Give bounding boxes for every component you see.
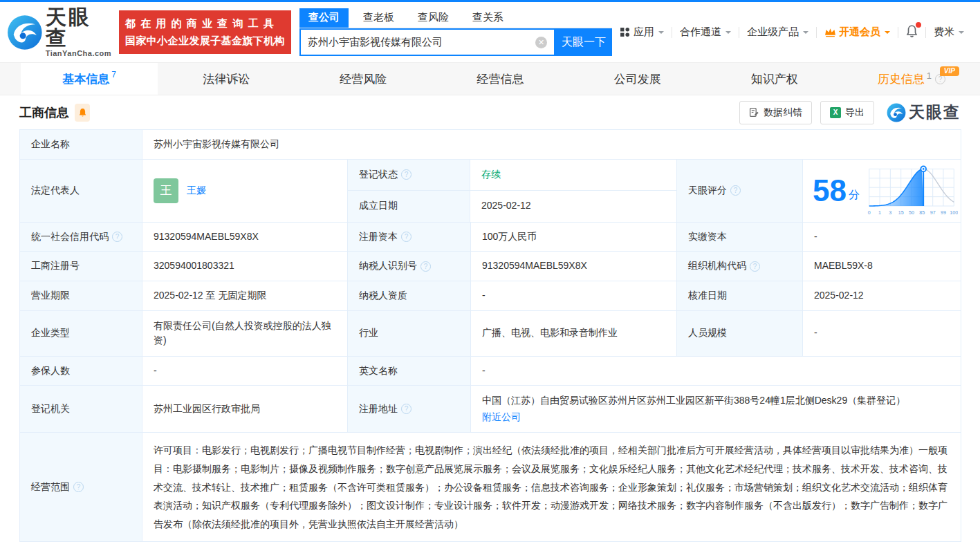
help-icon[interactable]: ? (112, 232, 122, 242)
tianyan-score-value: 58 分 0131550859799100 (803, 159, 961, 222)
score-number: 58 (813, 176, 847, 206)
tab-company-development[interactable]: 公司发展 (569, 63, 706, 95)
business-term-value: 2025-02-12 至 无固定期限 (142, 281, 348, 311)
tab-operating-risk-label: 经营风险 (340, 71, 387, 87)
paid-capital-label: 实缴资本 (677, 222, 803, 252)
tianyancha-logo[interactable]: 天眼查 TianYanCha.com (7, 7, 113, 57)
svg-text:100: 100 (950, 209, 958, 215)
search-block: 查公司 查老板 查风险 查关系 ✕ 天眼一下 (299, 8, 612, 56)
subscribe-bell-button[interactable] (75, 104, 90, 122)
search-input-wrap: ✕ (299, 28, 555, 56)
credit-code-value: 91320594MAEBL59X8X (142, 222, 348, 252)
insured-count-label: 参保人数 (20, 356, 142, 386)
nav-partner[interactable]: 合作通道 (672, 26, 739, 39)
section-header: 工商信息 数据纠错 X 导出 天眼查 (0, 95, 980, 129)
tab-history-info-count: 1 (927, 71, 932, 81)
crown-icon (824, 27, 836, 37)
nav-user[interactable]: 费米 (926, 26, 972, 39)
tab-legal[interactable]: 法律诉讼 (158, 63, 295, 95)
site-header: 天眼查 TianYanCha.com 都在用的商业查询工具 国家中小企业发展子基… (0, 2, 980, 62)
nav-open-vip[interactable]: 开通会员 (817, 26, 898, 39)
vip-badge: VIP (940, 66, 959, 76)
table-row: 企业名称 苏州小宇宙影视传媒有限公司 (20, 130, 961, 160)
company-name-value: 苏州小宇宙影视传媒有限公司 (142, 130, 961, 160)
reg-authority-value: 苏州工业园区行政审批局 (142, 386, 348, 433)
company-tabs: 基本信息 7 法律诉讼 经营风险 经营信息 公司发展 知识产权 VIP 历史信息… (0, 62, 980, 95)
business-scope-value: 许可项目：电影发行；电视剧发行；广播电视节目制作经营；电视剧制作；演出经纪（依法… (142, 433, 961, 542)
score-distribution-chart: 0131550859799100 (865, 162, 958, 219)
nav-apps[interactable]: 应用 (612, 26, 672, 39)
search-button[interactable]: 天眼一下 (555, 28, 612, 56)
section-actions: 数据纠错 X 导出 天眼查 (739, 101, 961, 124)
reg-capital-label: 注册资本? (348, 222, 471, 252)
chevron-down-icon (803, 31, 808, 37)
tab-history-info[interactable]: VIP 历史信息 1 ? (843, 63, 980, 95)
table-row: 营业期限 2025-02-12 至 无固定期限 纳税人资质 - 核准日期 202… (20, 281, 961, 311)
score-unit: 分 (849, 187, 860, 204)
nav-enterprise[interactable]: 企业级产品 (739, 26, 816, 39)
logo-brand-text: 天眼查 (46, 7, 113, 48)
table-row: 经营范围? 许可项目：电影发行；电视剧发行；广播电视节目制作经营；电视剧制作；演… (20, 433, 961, 542)
clear-search-icon[interactable]: ✕ (535, 37, 547, 48)
legal-rep-name-link[interactable]: 王媛 (187, 183, 206, 198)
nav-user-label: 费米 (934, 26, 954, 39)
search-tab-relation[interactable]: 查关系 (463, 8, 512, 28)
search-tab-company[interactable]: 查公司 (299, 8, 349, 28)
data-correction-button[interactable]: 数据纠错 (739, 101, 812, 124)
help-icon[interactable]: ? (73, 482, 84, 492)
help-icon[interactable]: ? (750, 261, 760, 272)
tianyancha-logo-icon (7, 15, 43, 50)
reg-address-cell: 中国（江苏）自由贸易试验区苏州片区苏州工业园区新平街388号24幢1层北侧Des… (471, 386, 961, 433)
tab-legal-label: 法律诉讼 (203, 71, 250, 87)
english-name-label: 英文名称 (348, 356, 471, 386)
export-button[interactable]: X 导出 (820, 101, 874, 124)
business-info-table: 企业名称 苏州小宇宙影视传媒有限公司 法定代表人 王 王媛 登记状态? 存续 成… (19, 129, 961, 542)
insured-count-value: - (142, 356, 348, 386)
chevron-down-icon (885, 31, 890, 37)
search-tab-risk[interactable]: 查风险 (409, 8, 458, 28)
help-icon[interactable]: ? (420, 261, 431, 272)
search-tab-boss[interactable]: 查老板 (354, 8, 403, 28)
tab-operating-info[interactable]: 经营信息 (432, 63, 568, 95)
tab-operating-risk[interactable]: 经营风险 (295, 63, 432, 95)
tianyancha-logo-icon (887, 103, 906, 122)
table-row: 法定代表人 王 王媛 登记状态? 存续 成立日期 2025-02-12 (20, 159, 961, 222)
help-icon[interactable]: ? (730, 185, 741, 196)
table-row: 工商注册号 320594001803321 纳税人识别号? 91320594MA… (20, 252, 961, 281)
slogan-line2: 国家中小企业发展子基金旗下机构 (125, 32, 285, 49)
chevron-down-icon (959, 31, 964, 37)
credit-code-label: 统一社会信用代码? (20, 222, 142, 252)
help-icon[interactable]: ? (401, 169, 412, 180)
chevron-down-icon (658, 31, 664, 37)
export-label: 导出 (845, 106, 865, 119)
tab-intellectual-property-label: 知识产权 (751, 71, 798, 87)
help-icon[interactable]: ? (401, 232, 412, 242)
nav-enterprise-label: 企业级产品 (747, 26, 799, 39)
help-icon[interactable]: ? (401, 404, 412, 414)
tab-basic-info-label: 基本信息 (62, 71, 109, 87)
paid-capital-value: - (803, 222, 961, 252)
legal-rep-avatar[interactable]: 王 (154, 178, 178, 203)
taxpayer-id-label: 纳税人识别号? (348, 252, 471, 281)
chevron-down-icon (725, 31, 731, 37)
staff-size-value: - (803, 310, 961, 356)
staff-size-label: 人员规模 (677, 310, 803, 356)
search-tabs: 查公司 查老板 查风险 查关系 (299, 8, 612, 28)
taxpayer-id-value: 91320594MAEBL59X8X (471, 252, 677, 281)
business-scope-label: 经营范围? (20, 433, 142, 542)
search-input[interactable] (308, 37, 535, 48)
company-name-label: 企业名称 (20, 130, 142, 160)
tab-basic-info[interactable]: 基本信息 7 (21, 63, 158, 95)
notifications-bell[interactable] (898, 24, 925, 40)
data-correction-label: 数据纠错 (764, 106, 802, 119)
section-title: 工商信息 (19, 104, 69, 121)
nearby-companies-link[interactable]: 附近公司 (482, 411, 521, 422)
reg-number-value: 320594001803321 (142, 252, 348, 281)
legal-rep-label: 法定代表人 (20, 159, 142, 222)
tab-intellectual-property[interactable]: 知识产权 (706, 63, 843, 95)
reg-address-label: 注册地址? (348, 386, 471, 433)
company-type-value: 有限责任公司(自然人投资或控股的法人独资) (142, 310, 348, 356)
svg-text:15: 15 (898, 209, 904, 215)
svg-text:1: 1 (878, 209, 881, 215)
org-code-label: 组织机构代码? (677, 252, 803, 281)
